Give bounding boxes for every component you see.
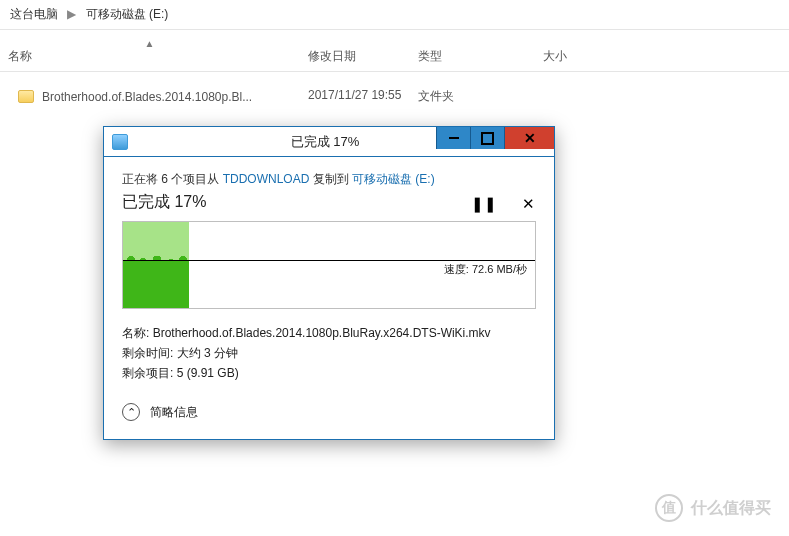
minimize-button[interactable] <box>436 127 470 149</box>
breadcrumb-leaf[interactable]: 可移动磁盘 (E:) <box>86 7 169 21</box>
graph-fill-dark <box>123 260 189 309</box>
copy-prefix: 正在将 6 个项目从 <box>122 172 223 186</box>
pause-button[interactable]: ❚❚ <box>471 195 487 213</box>
column-header-name-label: 名称 <box>8 49 32 63</box>
table-row[interactable]: Brotherhood.of.Blades.2014.1080p.Bl... 2… <box>0 82 789 111</box>
toggle-details[interactable]: ⌃ 简略信息 <box>122 403 536 421</box>
copy-progress-dialog: 已完成 17% 正在将 6 个项目从 TDDOWNLOAD 复制到 可移动磁盘 … <box>103 126 555 440</box>
transfer-speed-graph: 速度: 72.6 MB/秒 <box>122 221 536 309</box>
titlebar[interactable]: 已完成 17% <box>104 127 554 157</box>
close-button[interactable] <box>504 127 554 149</box>
detail-items: 剩余项目: 5 (9.91 GB) <box>122 363 536 383</box>
file-size <box>535 86 655 107</box>
chevron-up-icon: ⌃ <box>122 403 140 421</box>
toggle-details-label: 简略信息 <box>150 404 198 421</box>
copy-description: 正在将 6 个项目从 TDDOWNLOAD 复制到 可移动磁盘 (E:) <box>122 171 536 188</box>
graph-fill-light <box>123 222 189 260</box>
copy-mid: 复制到 <box>309 172 352 186</box>
copy-source-link[interactable]: TDDOWNLOAD <box>223 172 310 186</box>
watermark-badge-icon: 值 <box>655 494 683 522</box>
detail-time: 剩余时间: 大约 3 分钟 <box>122 343 536 363</box>
column-header-type[interactable]: 类型 <box>410 42 535 71</box>
app-icon <box>112 134 128 150</box>
maximize-button[interactable] <box>470 127 504 149</box>
breadcrumb-root[interactable]: 这台电脑 <box>10 7 58 21</box>
graph-speed-line <box>123 260 535 261</box>
watermark: 值 什么值得买 <box>655 494 771 522</box>
breadcrumb[interactable]: 这台电脑 ▶ 可移动磁盘 (E:) <box>0 0 789 30</box>
speed-label: 速度: 72.6 MB/秒 <box>444 262 527 277</box>
copy-dest-link[interactable]: 可移动磁盘 (E:) <box>352 172 435 186</box>
folder-icon <box>18 90 34 103</box>
cancel-button[interactable]: ✕ <box>520 195 536 213</box>
column-header-name[interactable]: ▲ 名称 <box>0 42 300 71</box>
column-header-date[interactable]: 修改日期 <box>300 42 410 71</box>
file-date: 2017/11/27 19:55 <box>300 86 410 107</box>
file-name: Brotherhood.of.Blades.2014.1080p.Bl... <box>42 90 252 104</box>
detail-name: 名称: Brotherhood.of.Blades.2014.1080p.Blu… <box>122 323 536 343</box>
file-type: 文件夹 <box>410 86 535 107</box>
chevron-right-icon: ▶ <box>67 7 76 21</box>
column-headers: ▲ 名称 修改日期 类型 大小 <box>0 42 789 72</box>
watermark-text: 什么值得买 <box>691 498 771 519</box>
sort-asc-icon: ▲ <box>145 38 155 49</box>
column-header-size[interactable]: 大小 <box>535 42 655 71</box>
